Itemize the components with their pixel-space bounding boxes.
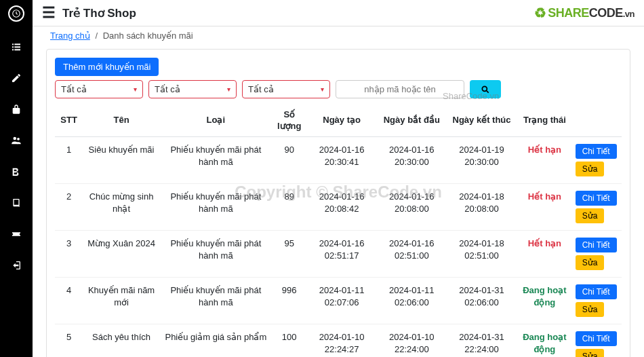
status-badge: Hết hạn	[528, 238, 561, 248]
col-ten: Tên	[83, 105, 160, 136]
status-badge: Hết hạn	[528, 145, 561, 155]
breadcrumb: Trang chủ / Danh sách khuyến mãi	[46, 31, 630, 41]
brand-logo: ♻ SHARECODE.vn	[534, 5, 635, 21]
hamburger-icon[interactable]: ☰	[42, 4, 56, 22]
svg-line-10	[487, 90, 489, 92]
filter-select-3[interactable]: Tất cả▾	[242, 80, 330, 98]
filter-select-2[interactable]: Tất cả▾	[148, 80, 237, 98]
svg-point-7	[14, 137, 17, 140]
sidebar-book-icon[interactable]	[10, 197, 22, 209]
detail-button[interactable]: Chi Tiết	[576, 284, 617, 299]
sidebar-users-icon[interactable]	[10, 134, 22, 147]
search-input[interactable]	[336, 80, 464, 98]
table-row: 5Sách yêu thíchPhiếu giảm giá sản phẩm10…	[55, 324, 622, 357]
svg-rect-1	[12, 43, 14, 45]
col-soluong: Số lượng	[272, 105, 307, 136]
edit-button[interactable]: Sửa	[576, 255, 605, 270]
promotions-table: STT Tên Loại Số lượng Ngày tạo Ngày bắt …	[55, 105, 622, 357]
table-row: 1Siêu khuyến mãiPhiếu khuyến mãi phát hà…	[55, 136, 622, 183]
search-button[interactable]	[470, 80, 501, 98]
sidebar-logout-icon[interactable]	[10, 259, 22, 271]
col-trangthai: Trạng thái	[517, 105, 573, 136]
status-badge: Đang hoạt động	[523, 332, 566, 354]
detail-button[interactable]: Chi Tiết	[576, 191, 617, 206]
search-icon	[481, 85, 490, 94]
svg-point-8	[17, 138, 20, 140]
topbar: ☰ Trẻ Thơ Shop ♻ SHARECODE.vn	[33, 0, 644, 26]
table-row: 2Chúc mừng sinh nhậtPhiếu khuyến mãi phá…	[55, 183, 622, 230]
svg-rect-3	[12, 46, 14, 48]
svg-point-9	[482, 86, 487, 91]
detail-button[interactable]: Chi Tiết	[576, 238, 617, 252]
sidebar-list-icon[interactable]	[10, 41, 22, 53]
svg-rect-6	[14, 49, 20, 50]
col-loai: Loại	[160, 105, 272, 136]
detail-button[interactable]: Chi Tiết	[576, 331, 617, 346]
app-title: Trẻ Thơ Shop	[62, 6, 136, 20]
detail-button[interactable]: Chi Tiết	[576, 144, 617, 159]
col-stt: STT	[55, 105, 83, 136]
status-badge: Đang hoạt động	[523, 285, 566, 307]
sidebar-edit-icon[interactable]	[10, 72, 22, 84]
chevron-down-icon: ▾	[134, 86, 137, 93]
svg-rect-2	[14, 43, 20, 45]
chevron-down-icon: ▾	[321, 86, 324, 93]
col-ngayketthuc: Ngày kết thúc	[447, 105, 517, 136]
status-badge: Hết hạn	[528, 191, 561, 202]
recycle-icon: ♻	[534, 5, 546, 21]
edit-button[interactable]: Sửa	[576, 162, 605, 176]
sidebar	[0, 0, 33, 357]
breadcrumb-current: Danh sách khuyến mãi	[103, 31, 193, 41]
table-row: 3Mừng Xuân 2024Phiếu khuyến mãi phát hàn…	[55, 230, 622, 277]
add-promotion-button[interactable]: Thêm mới khuyến mãi	[55, 58, 159, 76]
sidebar-lock-icon[interactable]	[10, 103, 22, 115]
edit-button[interactable]: Sửa	[576, 208, 605, 223]
sidebar-blog-icon[interactable]	[10, 166, 22, 178]
svg-rect-5	[12, 49, 14, 50]
chevron-down-icon: ▾	[227, 86, 230, 93]
filter-select-1[interactable]: Tất cả▾	[55, 80, 143, 98]
sidebar-logo-icon[interactable]	[8, 5, 24, 22]
edit-button[interactable]: Sửa	[576, 349, 605, 357]
svg-rect-4	[14, 46, 20, 48]
breadcrumb-home[interactable]: Trang chủ	[50, 31, 90, 41]
col-ngaytao: Ngày tạo	[307, 105, 377, 136]
col-ngaybatdau: Ngày bắt đầu	[377, 105, 447, 136]
table-row: 4Khuyến mãi năm mớiPhiếu khuyến mãi phát…	[55, 277, 622, 324]
edit-button[interactable]: Sửa	[576, 302, 605, 317]
sidebar-ticket-icon[interactable]	[10, 228, 22, 240]
